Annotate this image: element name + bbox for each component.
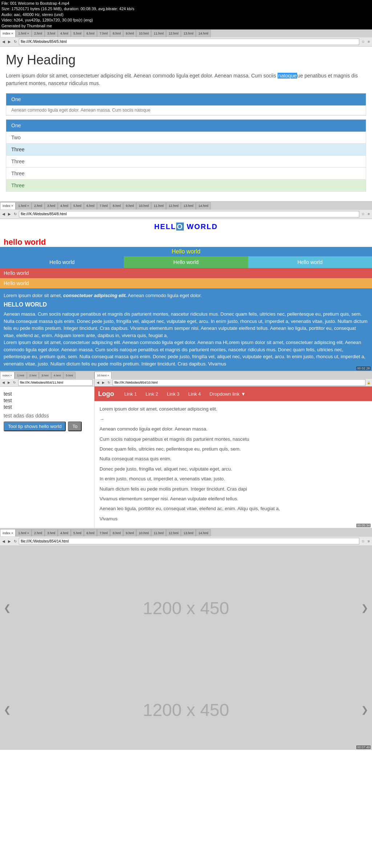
list-item-three-light[interactable]: Three <box>6 144 366 156</box>
browser-tab-2-6[interactable]: 6.hml <box>84 202 97 209</box>
browser-tab-2-9[interactable]: 9.hml <box>123 202 136 209</box>
nav-link-4[interactable]: Link 4 <box>184 388 205 400</box>
browser-tab-4-11[interactable]: 11.hml <box>151 529 166 536</box>
browser-tab-7[interactable]: 7.hml <box>97 30 110 37</box>
browser-tab-3-4[interactable]: 4.hml <box>51 372 64 379</box>
carousel-next-1[interactable]: ❯ <box>361 603 368 613</box>
browser-tab-2-7[interactable]: 7.hml <box>97 202 110 209</box>
list-item-one[interactable]: One <box>6 120 366 132</box>
carousel-prev-1[interactable]: ❮ <box>4 603 11 613</box>
browser-tab-2-11[interactable]: 11.hml <box>151 202 166 209</box>
browser-tab-2-5[interactable]: 5.hml <box>71 202 84 209</box>
browser-tab-4-14[interactable]: 14.hml <box>196 529 211 536</box>
browser-tab-14[interactable]: 14.hml <box>196 30 211 37</box>
browser-tab-4-7[interactable]: 7.hml <box>97 529 110 536</box>
browser-tab-4-3[interactable]: 3.hml <box>45 529 58 536</box>
list-item-three-green[interactable]: Three <box>6 180 366 191</box>
hello-world-btn-2[interactable]: Hello world <box>124 256 248 268</box>
refresh-button-3r[interactable]: ↻ <box>107 381 111 384</box>
browser-tab-4-12[interactable]: 12.hml <box>166 529 181 536</box>
refresh-button-4[interactable]: ↻ <box>13 539 17 543</box>
browser-tab-5[interactable]: 5.hml <box>71 30 84 37</box>
browser-tab-11[interactable]: 11.hml <box>151 30 166 37</box>
forward-button-2[interactable]: ▶ <box>7 212 12 216</box>
address-input-3r[interactable] <box>113 379 365 386</box>
browser-tab-3-active[interactable]: index × <box>0 372 15 379</box>
refresh-button-3[interactable]: ↻ <box>12 381 17 384</box>
browser-tab-10[interactable]: 10.hml <box>136 30 151 37</box>
list-item-one-active[interactable]: One <box>6 93 366 105</box>
browser-tab-4-13[interactable]: 13.hml <box>181 529 196 536</box>
browser-tab-2-14[interactable]: 14.hml <box>196 202 211 209</box>
tooltip-button-gray[interactable]: To <box>68 421 82 431</box>
back-button-3r[interactable]: ◀ <box>96 381 100 384</box>
back-button-2[interactable]: ◀ <box>1 212 6 216</box>
address-input-2[interactable] <box>19 211 359 217</box>
refresh-button-2[interactable]: ↻ <box>13 212 17 216</box>
browser-tab-2-10[interactable]: 10.hml <box>136 202 151 209</box>
browser-tab-4-4[interactable]: 4.hml <box>58 529 71 536</box>
forward-button-4[interactable]: ▶ <box>7 539 12 543</box>
menu-icon[interactable]: ≡ <box>367 40 371 44</box>
browser-tab-6[interactable]: 6.hml <box>84 30 97 37</box>
tooltip-button-blue[interactable]: Tool tip shows hello world <box>4 421 66 431</box>
browser-tab-3-5[interactable]: 5.hml <box>63 372 76 379</box>
star-icon-2[interactable]: ☆ <box>361 212 365 216</box>
back-button-3[interactable]: ◀ <box>1 381 5 384</box>
browser-tab-2-4[interactable]: 4.hml <box>58 202 71 209</box>
refresh-button[interactable]: ↻ <box>13 40 17 44</box>
star-icon-4[interactable]: ☆ <box>361 539 365 543</box>
address-input-4[interactable] <box>19 538 359 544</box>
nav-link-1[interactable]: Link 1 <box>120 388 141 400</box>
browser-tab-1[interactable]: 1.hml × <box>16 30 32 37</box>
browser-tab-8[interactable]: 8.hml <box>110 30 123 37</box>
hello-world-btn-3[interactable]: Hello world <box>248 256 372 268</box>
address-input-1[interactable] <box>19 39 359 45</box>
browser-tab-2-1[interactable]: 1.hml × <box>16 202 32 209</box>
hello-world-btn-1[interactable]: Hello world <box>0 256 124 268</box>
browser-tab-3-2[interactable]: 2.hml <box>27 372 39 379</box>
list-item-three-plain[interactable]: Three <box>6 156 366 168</box>
blue-hw-title: HELLO WORLD <box>4 300 368 309</box>
browser-tab-2[interactable]: 2.hml <box>32 30 45 37</box>
browser-tab-13[interactable]: 13.hml <box>181 30 196 37</box>
forward-button-3[interactable]: ▶ <box>7 381 11 384</box>
browser-tab-4-1[interactable]: 1.hml × <box>16 529 32 536</box>
browser-tab-12[interactable]: 12.hml <box>166 30 181 37</box>
browser-tab-3-3[interactable]: 3.hml <box>39 372 51 379</box>
browser-tab-4-8[interactable]: 8.hml <box>110 529 123 536</box>
browser-tab-3[interactable]: 3.hml <box>45 30 58 37</box>
browser-tab-4-10[interactable]: 10.hml <box>136 529 151 536</box>
browser-tab-2-8[interactable]: 8.hml <box>110 202 123 209</box>
address-input-3[interactable] <box>18 379 93 386</box>
browser-tab-4-2[interactable]: 2.hml <box>32 529 45 536</box>
browser-tab-4-active[interactable]: index × <box>0 529 16 536</box>
browser-tab-3r-active[interactable]: 10.html × <box>94 372 112 379</box>
carousel-prev-2[interactable]: ❮ <box>4 705 11 715</box>
forward-button-3r[interactable]: ▶ <box>101 381 105 384</box>
carousel-next-2[interactable]: ❯ <box>361 705 368 715</box>
forward-button[interactable]: ▶ <box>7 40 12 44</box>
nav-link-2[interactable]: Link 2 <box>141 388 163 400</box>
browser-tab-3-1[interactable]: 1.hml <box>15 372 27 379</box>
browser-tab-4-5[interactable]: 5.hml <box>71 529 84 536</box>
list-item-three-plain2[interactable]: Three <box>6 168 366 180</box>
nav-dropdown[interactable]: Dropdown link ▼ <box>205 388 250 400</box>
star-icon[interactable]: ☆ <box>361 40 365 44</box>
back-button[interactable]: ◀ <box>1 40 6 44</box>
menu-icon-4[interactable]: ≡ <box>367 539 371 543</box>
menu-icon-2[interactable]: ≡ <box>367 212 371 216</box>
browser-tab-4[interactable]: 4.hml <box>58 30 71 37</box>
browser-tab-active[interactable]: index × <box>0 30 16 37</box>
browser-tab-2-13[interactable]: 13.hml <box>181 202 196 209</box>
nav-link-3[interactable]: Link 3 <box>162 388 184 400</box>
browser-tab-2-12[interactable]: 12.hml <box>166 202 181 209</box>
list-item-two[interactable]: Two <box>6 132 366 144</box>
browser-tab-4-9[interactable]: 9.hml <box>123 529 136 536</box>
back-button-4[interactable]: ◀ <box>1 539 6 543</box>
browser-tab-2-3[interactable]: 3.hml <box>45 202 58 209</box>
browser-tab-4-6[interactable]: 6.hml <box>84 529 97 536</box>
browser-tab-2-active[interactable]: index × <box>0 202 16 209</box>
browser-tab-9[interactable]: 9.hml <box>123 30 136 37</box>
browser-tab-2-2[interactable]: 2.hml <box>32 202 45 209</box>
